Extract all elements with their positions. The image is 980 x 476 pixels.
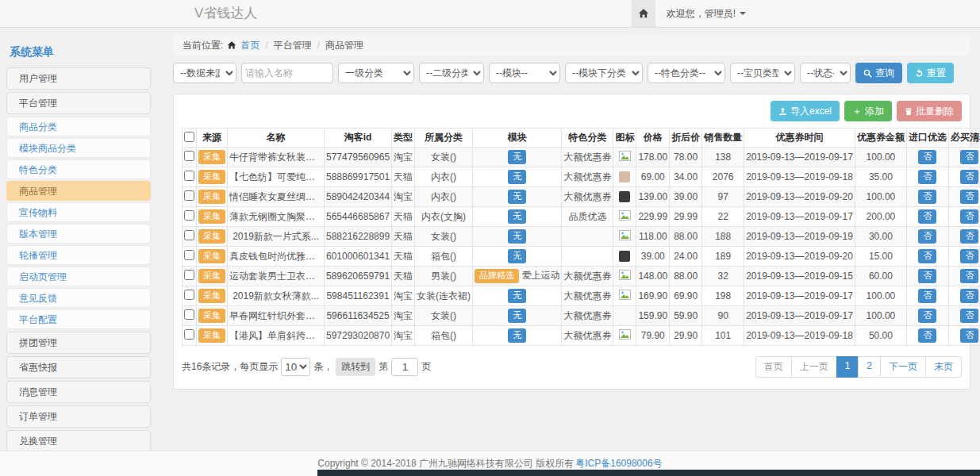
module-none-badge[interactable]: 无 <box>508 309 526 322</box>
welcome-text: 欢迎您，管理员! <box>667 8 736 19</box>
filter-select-宝贝类型[interactable]: --宝贝类型-- <box>730 63 795 83</box>
source-badge: 采集 <box>198 289 225 302</box>
taoke-id-cell: 577479560965 <box>325 148 392 167</box>
sidebar-subitem-特色分类[interactable]: 特色分类 <box>6 159 151 179</box>
row-checkbox[interactable] <box>184 151 194 161</box>
sidebar-subitem-商品分类[interactable]: 商品分类 <box>6 117 151 136</box>
pager-2[interactable]: 2 <box>858 356 881 378</box>
user-menu[interactable]: 欢迎您，管理员! <box>667 7 746 21</box>
filter-select-模块下分类[interactable]: --模块下分类-- <box>565 63 643 83</box>
import-select-toggle[interactable]: 否 <box>918 190 936 203</box>
toolbar: 导入excel ＋ 添加 批量删除 <box>182 101 962 121</box>
import-select-toggle[interactable]: 否 <box>918 289 936 302</box>
row-checkbox[interactable] <box>184 190 194 201</box>
sidebar-subitem-平台配置[interactable]: 平台配置 <box>6 309 151 329</box>
row-checkbox[interactable] <box>184 230 194 240</box>
sidebar-item-订单管理[interactable]: 订单管理 <box>6 405 151 428</box>
must-buy-toggle[interactable]: 否 <box>960 269 978 282</box>
import-select-toggle[interactable]: 否 <box>918 170 936 183</box>
pager-1[interactable]: 1 <box>836 356 859 378</box>
sidebar-item-消息管理[interactable]: 消息管理 <box>6 381 151 403</box>
module-none-badge[interactable]: 无 <box>508 229 526 243</box>
filter-select-特色分类[interactable]: --特色分类-- <box>648 63 725 83</box>
sidebar: 系统菜单 用户管理平台管理商品分类模块商品分类特色分类商品管理宣传物料版本管理轮… <box>6 35 151 476</box>
row-checkbox[interactable] <box>184 309 194 320</box>
row-checkbox[interactable] <box>184 210 194 221</box>
import-select-toggle[interactable]: 否 <box>918 269 936 282</box>
module-none-badge[interactable]: 无 <box>508 190 526 203</box>
row-select-cell <box>183 286 197 306</box>
import-select-toggle[interactable]: 否 <box>918 328 936 342</box>
row-checkbox[interactable] <box>184 171 194 181</box>
must-buy-toggle[interactable]: 否 <box>960 229 978 243</box>
icp-link[interactable]: 粤ICP备16098006号 <box>575 457 662 470</box>
sidebar-subitem-模块商品分类[interactable]: 模块商品分类 <box>6 138 151 158</box>
filter-select-模块[interactable]: --模块-- <box>489 63 560 83</box>
add-button[interactable]: ＋ 添加 <box>844 101 892 121</box>
sidebar-subitem-轮播管理[interactable]: 轮播管理 <box>6 245 151 265</box>
page-number-input[interactable] <box>391 358 418 376</box>
pager-下一页[interactable]: 下一页 <box>880 356 926 378</box>
module-none-badge[interactable]: 无 <box>508 289 526 302</box>
sidebar-item-用户管理[interactable]: 用户管理 <box>6 67 151 90</box>
select-all-checkbox[interactable] <box>184 132 194 142</box>
sidebar-item-兑换管理[interactable]: 兑换管理 <box>6 430 151 452</box>
import-select-toggle[interactable]: 否 <box>918 249 936 263</box>
per-page-select[interactable]: 10 <box>281 358 310 376</box>
row-checkbox[interactable] <box>184 270 194 280</box>
home-button[interactable] <box>632 0 655 27</box>
filter-select-一级分类[interactable]: 一级分类 <box>338 63 414 83</box>
filter-select-二级分类[interactable]: --二级分类-- <box>419 63 484 83</box>
sidebar-subitem-商品管理[interactable]: 商品管理 <box>6 181 151 201</box>
must-buy-toggle[interactable]: 否 <box>960 309 978 322</box>
must-buy-toggle[interactable]: 否 <box>960 190 978 203</box>
module-none-badge[interactable]: 无 <box>508 170 526 183</box>
reset-button[interactable]: 重置 <box>907 63 954 83</box>
coupon-time-cell: 2019-09-13—2019-09-17 <box>744 148 855 167</box>
pager-末页[interactable]: 末页 <box>925 356 962 378</box>
breadcrumb-home-link[interactable]: 首页 <box>240 39 259 52</box>
import-select-toggle[interactable]: 否 <box>918 309 936 322</box>
filter-select-数据来源[interactable]: --数据来源-- <box>173 63 236 83</box>
batch-delete-button[interactable]: 批量删除 <box>897 101 962 121</box>
filter-select-状态[interactable]: --状态-- <box>800 63 851 83</box>
must-buy-toggle[interactable]: 否 <box>960 289 978 302</box>
coupon-time-cell: 2019-09-13—2019-09-20 <box>744 247 855 267</box>
sidebar-subitem-版本管理[interactable]: 版本管理 <box>6 224 151 244</box>
sidebar-subitem-宣传物料[interactable]: 宣传物料 <box>6 202 151 222</box>
row-checkbox[interactable] <box>184 290 194 300</box>
module-badge[interactable]: 品牌精选 <box>475 269 519 282</box>
module-none-badge[interactable]: 无 <box>508 249 526 263</box>
must-buy-toggle[interactable]: 否 <box>960 249 978 263</box>
must-buy-toggle[interactable]: 否 <box>960 170 978 183</box>
pager-首页[interactable]: 首页 <box>755 356 792 378</box>
row-checkbox[interactable] <box>184 250 194 260</box>
import-excel-button[interactable]: 导入excel <box>771 101 840 121</box>
feature-category-cell: 大额优惠券 <box>562 306 613 326</box>
sidebar-item-拼团管理[interactable]: 拼团管理 <box>6 332 151 354</box>
row-checkbox[interactable] <box>184 329 194 340</box>
name-search-input[interactable] <box>241 63 333 83</box>
search-button[interactable]: 查询 <box>855 63 902 83</box>
must-buy-toggle[interactable]: 否 <box>960 209 978 223</box>
sidebar-subitem-启动页管理[interactable]: 启动页管理 <box>6 267 151 286</box>
column-header-特色分类: 特色分类 <box>562 129 613 148</box>
source-badge: 采集 <box>198 328 225 342</box>
jump-to-button[interactable]: 跳转到 <box>336 358 375 376</box>
sidebar-subitem-意见反馈[interactable]: 意见反馈 <box>6 288 151 308</box>
sidebar-item-省惠快报[interactable]: 省惠快报 <box>6 356 151 378</box>
icon-cell <box>613 326 636 346</box>
module-none-badge[interactable]: 无 <box>508 328 526 342</box>
import-select-toggle[interactable]: 否 <box>918 150 936 163</box>
pager-上一页[interactable]: 上一页 <box>791 356 837 378</box>
module-none-badge[interactable]: 无 <box>508 209 526 223</box>
module-none-badge[interactable]: 无 <box>508 150 526 163</box>
must-buy-toggle[interactable]: 否 <box>960 328 978 342</box>
must-buy-toggle[interactable]: 否 <box>960 150 978 163</box>
import-select-toggle[interactable]: 否 <box>918 229 936 243</box>
bottom-dark-bar <box>317 470 980 476</box>
import-select-toggle[interactable]: 否 <box>918 209 936 223</box>
page-prefix-text: 第 <box>379 360 388 374</box>
app-title: V省钱达人 <box>194 0 257 27</box>
sidebar-item-平台管理[interactable]: 平台管理 <box>6 92 151 114</box>
